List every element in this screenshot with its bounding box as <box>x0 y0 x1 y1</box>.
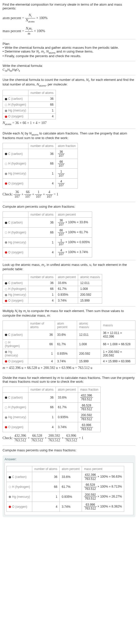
element-name: H (hydrogen) <box>8 287 26 291</box>
table-row: Hg (mercury)10.935%200.5921 × 200.592 = … <box>3 349 135 358</box>
percent-cell: 36107 × 100% = 33.6% <box>56 218 92 228</box>
table-row: Hg (mercury)10.935%200.592 <box>3 292 102 298</box>
table-row: O (oxygen)43.74%15.9994 × 15.999 = 63.99… <box>3 358 135 364</box>
percent-cell: 4107 × 100% = 3.74% <box>56 247 92 257</box>
text: , <box>39 49 41 53</box>
value-cell: 0.935% <box>60 492 82 502</box>
elem: C <box>3 68 5 71</box>
table-row: O (oxygen)43.74%15.999 <box>3 298 102 304</box>
carbon-dot-icon <box>5 98 7 100</box>
fraction-cell: 66.528763.512 <box>78 402 101 412</box>
value-cell: 1 <box>28 108 56 114</box>
den: 763.512 <box>80 417 93 421</box>
atomic-mass-table: number of atomsatom percentatomic mass/u… <box>3 274 102 304</box>
percent-cell: 63.996763.512 × 100% = 8.382% <box>82 502 124 512</box>
num: 432.396 <box>14 434 27 438</box>
element-name: O (oxygen) <box>8 251 23 254</box>
value-cell: 66 <box>28 402 56 412</box>
oxygen-dot-icon <box>5 360 7 363</box>
elem: Hg <box>12 68 16 71</box>
element-name: O (oxygen) <box>8 182 23 185</box>
num: 66.528 <box>80 404 93 407</box>
col-header: atom percent <box>56 274 78 280</box>
num: 432.396 <box>80 394 93 398</box>
num: 36 <box>58 150 65 154</box>
multiply-text: Multiply Ni by mi to compute the mass fo… <box>3 309 135 317</box>
fraction: Nimi m <box>25 27 33 36</box>
value-cell: 36 <box>28 96 56 102</box>
element-cell: Hg (mercury) <box>3 412 28 422</box>
col-header: atom fraction <box>56 143 78 149</box>
mercury-dot-icon <box>5 173 7 175</box>
fraction-cell: 4107 <box>56 179 78 189</box>
value-cell: 4 <box>28 179 56 189</box>
result: × 100% = 8.382% <box>97 505 122 508</box>
table-header-row: number of atomsatom percentmass percent <box>7 466 124 472</box>
value-cell: 12.011 <box>78 280 102 286</box>
fraction-cell: 63.996763.512 <box>78 422 101 432</box>
percent-cell: 1107 × 100% = 0.935% <box>56 238 92 247</box>
fraction-cell: 66107 <box>56 159 78 169</box>
oxygen-dot-icon <box>5 251 7 254</box>
den: 763.512 <box>14 438 27 443</box>
element-name: O (oxygen) <box>8 425 23 429</box>
den: 763.512 <box>84 507 97 510</box>
equals: = 1 <box>54 192 58 196</box>
count-atoms-text: Use the chemical formula to count the nu… <box>3 78 135 87</box>
col-header: number of atoms <box>28 143 56 149</box>
compute-mass-pct-text: Compute mass percents using the mass fra… <box>3 448 135 452</box>
element-cell: C (carbon) <box>3 280 28 286</box>
text: Multiply <box>3 309 15 313</box>
sub: 66 <box>10 69 12 72</box>
text: Look up the atomic mass, <box>3 263 41 267</box>
value-cell: 1.008 <box>77 339 101 349</box>
text: , per molecule: <box>46 82 68 86</box>
col-header: mass percent <box>82 466 124 472</box>
table-row: C (carbon)3636107 <box>3 149 78 159</box>
element-name: O (oxygen) <box>8 299 23 302</box>
element-name: C (carbon) <box>8 152 23 156</box>
col-header: mass fraction <box>78 387 101 392</box>
value-cell: 4 <box>28 114 56 119</box>
den: 107 <box>58 252 65 256</box>
den: 763.512 <box>84 497 97 500</box>
col-header: number of atoms <box>28 320 55 330</box>
col-header: atom percent <box>55 320 77 330</box>
element-name: O (oxygen) <box>12 505 27 509</box>
times-100: × 100% <box>36 16 48 20</box>
element-cell: H (hydrogen) <box>3 402 28 412</box>
value-cell: 0.935% <box>56 292 78 298</box>
mass-table: number of atomsatom percentatomic mass/u… <box>3 320 135 364</box>
num: 4 <box>58 180 65 183</box>
text: Use the chemical formula to count the nu… <box>3 78 86 82</box>
den: 763.512 <box>31 438 44 443</box>
value-cell: 4 <box>28 422 56 432</box>
value-cell: 66 <box>28 286 56 292</box>
num: 200.592 <box>80 413 93 417</box>
element-cell: Hg (mercury) <box>3 349 28 358</box>
divider <box>3 129 135 129</box>
element-name: C (carbon) <box>8 221 23 224</box>
value-cell: 1.008 <box>78 286 102 292</box>
col-header: number of atoms <box>28 274 56 280</box>
check-mass-equation: Check: 432.396763.512 + 66.528763.512 + … <box>3 434 135 443</box>
value-cell: 66 <box>32 482 60 492</box>
answer-box: Answer: number of atomsatom percentmass … <box>3 455 135 517</box>
num: 200.592 <box>48 434 61 438</box>
value-cell: 36 <box>28 330 55 339</box>
num: 1 <box>58 239 65 242</box>
element-name: O (oxygen) <box>8 360 23 363</box>
col-header: atom percent <box>60 466 82 472</box>
col-header: atomic mass/u <box>78 274 102 280</box>
divider <box>3 445 135 446</box>
hydrogen-dot-icon <box>5 406 7 409</box>
den: 107 <box>35 195 42 199</box>
carbon-dot-icon <box>5 282 7 284</box>
element-name: C (carbon) <box>8 333 23 337</box>
table-header-row: number of atomsatom percentatomic mass/u… <box>3 320 135 330</box>
fraction-cell: 1107 <box>56 169 78 179</box>
value-cell: 33.6% <box>60 472 82 482</box>
text: : <box>50 314 51 317</box>
sub-i: i <box>31 28 32 31</box>
plan-item: • Write the chemical formula and gather … <box>3 46 135 49</box>
